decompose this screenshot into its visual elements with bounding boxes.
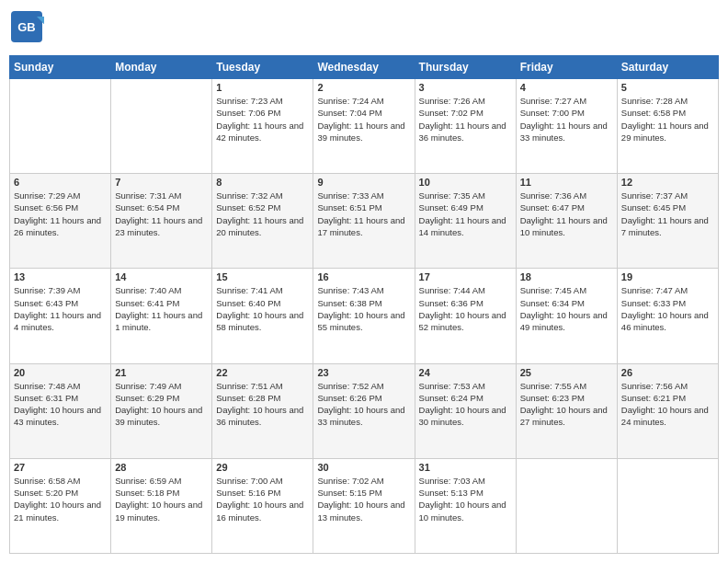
day-number: 27 bbox=[14, 462, 107, 473]
calendar-header-saturday: Saturday bbox=[617, 56, 718, 79]
calendar-table: SundayMondayTuesdayWednesdayThursdayFrid… bbox=[9, 55, 719, 554]
calendar-cell: 30Sunrise: 7:02 AM Sunset: 5:15 PM Dayli… bbox=[313, 458, 415, 553]
day-info: Sunrise: 7:02 AM Sunset: 5:15 PM Dayligh… bbox=[317, 475, 410, 523]
calendar-week-1: 1Sunrise: 7:23 AM Sunset: 7:06 PM Daylig… bbox=[10, 79, 719, 174]
day-number: 14 bbox=[115, 271, 208, 282]
calendar-cell bbox=[10, 79, 111, 174]
logo: GB bbox=[9, 9, 48, 48]
day-info: Sunrise: 7:56 AM Sunset: 6:21 PM Dayligh… bbox=[621, 380, 714, 429]
calendar-cell: 4Sunrise: 7:27 AM Sunset: 7:00 PM Daylig… bbox=[516, 79, 617, 174]
day-info: Sunrise: 7:23 AM Sunset: 7:06 PM Dayligh… bbox=[216, 95, 309, 144]
day-number: 30 bbox=[317, 462, 410, 473]
calendar-week-4: 20Sunrise: 7:48 AM Sunset: 6:31 PM Dayli… bbox=[10, 363, 719, 458]
day-info: Sunrise: 7:03 AM Sunset: 5:13 PM Dayligh… bbox=[419, 475, 512, 523]
day-number: 7 bbox=[115, 177, 208, 188]
day-info: Sunrise: 7:45 AM Sunset: 6:34 PM Dayligh… bbox=[520, 284, 613, 333]
day-number: 15 bbox=[216, 271, 309, 282]
day-number: 4 bbox=[520, 82, 613, 93]
calendar-cell: 7Sunrise: 7:31 AM Sunset: 6:54 PM Daylig… bbox=[111, 174, 212, 269]
calendar-header-sunday: Sunday bbox=[10, 56, 111, 79]
calendar-cell: 29Sunrise: 7:00 AM Sunset: 5:16 PM Dayli… bbox=[212, 458, 313, 553]
calendar-cell: 10Sunrise: 7:35 AM Sunset: 6:49 PM Dayli… bbox=[415, 174, 516, 269]
day-info: Sunrise: 7:51 AM Sunset: 6:28 PM Dayligh… bbox=[216, 380, 309, 429]
day-number: 3 bbox=[419, 82, 512, 93]
day-info: Sunrise: 6:58 AM Sunset: 5:20 PM Dayligh… bbox=[14, 475, 107, 523]
calendar-cell: 19Sunrise: 7:47 AM Sunset: 6:33 PM Dayli… bbox=[617, 269, 718, 363]
calendar-cell: 31Sunrise: 7:03 AM Sunset: 5:13 PM Dayli… bbox=[415, 458, 516, 553]
calendar-cell: 3Sunrise: 7:26 AM Sunset: 7:02 PM Daylig… bbox=[415, 79, 516, 174]
day-number: 22 bbox=[216, 367, 309, 378]
calendar-cell: 28Sunrise: 6:59 AM Sunset: 5:18 PM Dayli… bbox=[111, 458, 212, 553]
day-number: 8 bbox=[216, 177, 309, 188]
calendar-cell bbox=[617, 458, 718, 553]
day-number: 21 bbox=[115, 367, 208, 378]
day-number: 19 bbox=[621, 271, 714, 282]
day-info: Sunrise: 7:40 AM Sunset: 6:41 PM Dayligh… bbox=[115, 284, 208, 333]
day-info: Sunrise: 7:33 AM Sunset: 6:51 PM Dayligh… bbox=[317, 190, 410, 238]
calendar-header-friday: Friday bbox=[516, 56, 617, 79]
day-number: 5 bbox=[621, 82, 714, 93]
day-number: 9 bbox=[317, 177, 410, 188]
calendar-cell: 12Sunrise: 7:37 AM Sunset: 6:45 PM Dayli… bbox=[617, 174, 718, 269]
day-info: Sunrise: 7:27 AM Sunset: 7:00 PM Dayligh… bbox=[520, 95, 613, 144]
calendar-cell: 23Sunrise: 7:52 AM Sunset: 6:26 PM Dayli… bbox=[313, 363, 415, 458]
day-info: Sunrise: 7:29 AM Sunset: 6:56 PM Dayligh… bbox=[14, 190, 107, 238]
day-number: 6 bbox=[14, 177, 107, 188]
day-info: Sunrise: 7:49 AM Sunset: 6:29 PM Dayligh… bbox=[115, 380, 208, 429]
day-info: Sunrise: 7:48 AM Sunset: 6:31 PM Dayligh… bbox=[14, 380, 107, 429]
day-info: Sunrise: 7:37 AM Sunset: 6:45 PM Dayligh… bbox=[621, 190, 714, 238]
calendar-cell: 26Sunrise: 7:56 AM Sunset: 6:21 PM Dayli… bbox=[617, 363, 718, 458]
day-number: 18 bbox=[520, 271, 613, 282]
day-number: 25 bbox=[520, 367, 613, 378]
page: GB SundayMondayTuesdayWednesdayThursdayF… bbox=[0, 0, 728, 563]
calendar-cell: 17Sunrise: 7:44 AM Sunset: 6:36 PM Dayli… bbox=[415, 269, 516, 363]
calendar-cell: 11Sunrise: 7:36 AM Sunset: 6:47 PM Dayli… bbox=[516, 174, 617, 269]
day-info: Sunrise: 7:24 AM Sunset: 7:04 PM Dayligh… bbox=[317, 95, 410, 144]
calendar-header-thursday: Thursday bbox=[415, 56, 516, 79]
day-info: Sunrise: 7:31 AM Sunset: 6:54 PM Dayligh… bbox=[115, 190, 208, 238]
calendar-week-3: 13Sunrise: 7:39 AM Sunset: 6:43 PM Dayli… bbox=[10, 269, 719, 363]
day-number: 29 bbox=[216, 462, 309, 473]
calendar-cell: 21Sunrise: 7:49 AM Sunset: 6:29 PM Dayli… bbox=[111, 363, 212, 458]
calendar-week-2: 6Sunrise: 7:29 AM Sunset: 6:56 PM Daylig… bbox=[10, 174, 719, 269]
day-number: 13 bbox=[14, 271, 107, 282]
day-number: 23 bbox=[317, 367, 410, 378]
calendar-cell: 8Sunrise: 7:32 AM Sunset: 6:52 PM Daylig… bbox=[212, 174, 313, 269]
day-number: 17 bbox=[419, 271, 512, 282]
calendar-week-5: 27Sunrise: 6:58 AM Sunset: 5:20 PM Dayli… bbox=[10, 458, 719, 553]
calendar-header-row: SundayMondayTuesdayWednesdayThursdayFrid… bbox=[10, 56, 719, 79]
day-number: 12 bbox=[621, 177, 714, 188]
day-number: 2 bbox=[317, 82, 410, 93]
calendar-cell: 1Sunrise: 7:23 AM Sunset: 7:06 PM Daylig… bbox=[212, 79, 313, 174]
logo-graphic: GB bbox=[9, 9, 44, 48]
day-number: 26 bbox=[621, 367, 714, 378]
calendar-cell: 18Sunrise: 7:45 AM Sunset: 6:34 PM Dayli… bbox=[516, 269, 617, 363]
calendar-header-wednesday: Wednesday bbox=[313, 56, 415, 79]
day-info: Sunrise: 7:47 AM Sunset: 6:33 PM Dayligh… bbox=[621, 284, 714, 333]
calendar-cell bbox=[516, 458, 617, 553]
day-number: 31 bbox=[419, 462, 512, 473]
day-number: 16 bbox=[317, 271, 410, 282]
calendar-cell bbox=[111, 79, 212, 174]
day-info: Sunrise: 7:53 AM Sunset: 6:24 PM Dayligh… bbox=[419, 380, 512, 429]
calendar-cell: 13Sunrise: 7:39 AM Sunset: 6:43 PM Dayli… bbox=[10, 269, 111, 363]
calendar-cell: 2Sunrise: 7:24 AM Sunset: 7:04 PM Daylig… bbox=[313, 79, 415, 174]
calendar-header-monday: Monday bbox=[111, 56, 212, 79]
day-info: Sunrise: 7:44 AM Sunset: 6:36 PM Dayligh… bbox=[419, 284, 512, 333]
calendar-cell: 22Sunrise: 7:51 AM Sunset: 6:28 PM Dayli… bbox=[212, 363, 313, 458]
svg-text:GB: GB bbox=[17, 20, 36, 34]
day-number: 20 bbox=[14, 367, 107, 378]
day-number: 11 bbox=[520, 177, 613, 188]
day-info: Sunrise: 7:41 AM Sunset: 6:40 PM Dayligh… bbox=[216, 284, 309, 333]
day-info: Sunrise: 7:39 AM Sunset: 6:43 PM Dayligh… bbox=[14, 284, 107, 333]
day-info: Sunrise: 6:59 AM Sunset: 5:18 PM Dayligh… bbox=[115, 475, 208, 523]
day-number: 10 bbox=[419, 177, 512, 188]
calendar-cell: 5Sunrise: 7:28 AM Sunset: 6:58 PM Daylig… bbox=[617, 79, 718, 174]
day-info: Sunrise: 7:26 AM Sunset: 7:02 PM Dayligh… bbox=[419, 95, 512, 144]
day-info: Sunrise: 7:43 AM Sunset: 6:38 PM Dayligh… bbox=[317, 284, 410, 333]
day-number: 28 bbox=[115, 462, 208, 473]
calendar-cell: 27Sunrise: 6:58 AM Sunset: 5:20 PM Dayli… bbox=[10, 458, 111, 553]
calendar-cell: 14Sunrise: 7:40 AM Sunset: 6:41 PM Dayli… bbox=[111, 269, 212, 363]
calendar-cell: 16Sunrise: 7:43 AM Sunset: 6:38 PM Dayli… bbox=[313, 269, 415, 363]
day-number: 1 bbox=[216, 82, 309, 93]
